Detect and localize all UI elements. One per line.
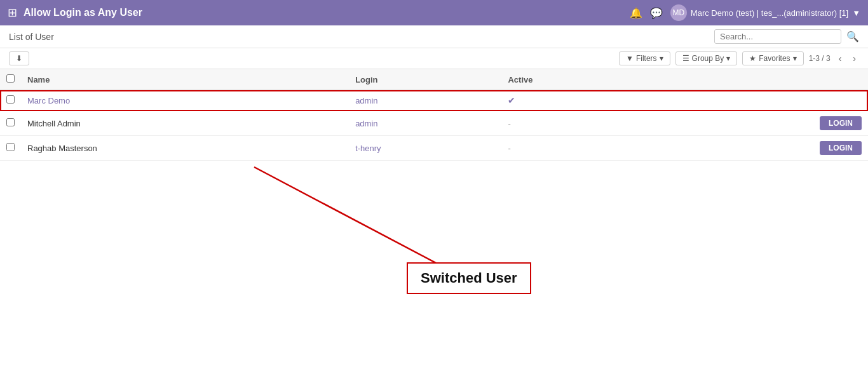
filter-icon: ▼ xyxy=(626,54,634,63)
group-by-button[interactable]: ☰ Group By ▾ xyxy=(675,51,738,65)
login-button[interactable]: LOGIN xyxy=(820,141,862,155)
user-name: Marc Demo (test) | tes_...(administrator… xyxy=(691,8,848,18)
active-check-icon: ✔ xyxy=(508,95,515,105)
bell-icon[interactable]: 🔔 xyxy=(630,7,642,19)
download-icon: ⬇ xyxy=(16,54,22,63)
topbar-icons: 🔔 💬 MD Marc Demo (test) | tes_...(admini… xyxy=(630,4,860,21)
header-checkbox-cell xyxy=(0,69,21,90)
table-row[interactable]: Raghab Mastersont-henry-LOGIN xyxy=(0,136,868,161)
chat-icon[interactable]: 💬 xyxy=(650,7,663,19)
search-icon[interactable]: 🔍 xyxy=(846,30,859,43)
row-checkbox[interactable] xyxy=(6,118,15,126)
toolbar-left: ⬇ xyxy=(9,51,619,65)
table-header-row: Name Login Active xyxy=(0,69,868,90)
subheader: List of User 🔍 xyxy=(0,25,868,48)
col-name: Name xyxy=(21,69,349,90)
favorites-button[interactable]: ★ Favorites ▾ xyxy=(742,51,803,65)
chevron-down-icon: ▼ xyxy=(852,8,860,18)
col-active: Active xyxy=(501,69,651,90)
table-row[interactable]: Marc Demoadmin✔ xyxy=(0,90,868,111)
annotation-label: Switched User xyxy=(407,262,531,294)
toolbar-right: ▼ Filters ▾ ☰ Group By ▾ ★ Favorites ▾ 1… xyxy=(619,51,859,65)
row-name: Raghab Masterson xyxy=(21,136,349,161)
login-button[interactable]: LOGIN xyxy=(820,116,862,130)
col-action xyxy=(651,69,868,90)
col-login: Login xyxy=(349,69,501,90)
row-name: Marc Demo xyxy=(21,90,349,111)
app-title: Allow Login as Any User xyxy=(24,7,630,18)
row-checkbox-cell xyxy=(0,136,21,161)
avatar: MD xyxy=(670,4,687,21)
row-action-cell: LOGIN xyxy=(651,111,868,136)
row-checkbox[interactable] xyxy=(6,95,15,104)
list-title: List of User xyxy=(9,32,714,42)
filters-chevron-icon: ▾ xyxy=(660,54,663,63)
filters-button[interactable]: ▼ Filters ▾ xyxy=(619,51,670,65)
select-all-checkbox[interactable] xyxy=(6,74,15,83)
favorites-chevron-icon: ▾ xyxy=(793,54,797,63)
group-icon: ☰ xyxy=(682,54,689,63)
user-table: Name Login Active Marc Demoadmin✔Mitchel… xyxy=(0,69,868,161)
user-menu[interactable]: MD Marc Demo (test) | tes_...(administra… xyxy=(670,4,860,21)
prev-page-button[interactable]: ‹ xyxy=(836,52,845,65)
row-checkbox-cell xyxy=(0,111,21,136)
groupby-chevron-icon: ▾ xyxy=(726,54,730,63)
annotation-area: Switched User xyxy=(0,161,868,307)
pagination-info: 1-3 / 3 xyxy=(809,54,831,63)
row-active: - xyxy=(501,136,651,161)
row-action-cell xyxy=(651,90,868,111)
row-login: admin xyxy=(349,90,501,111)
row-login: t-henry xyxy=(349,136,501,161)
row-checkbox-cell xyxy=(0,90,21,111)
row-login: admin xyxy=(349,111,501,136)
search-input[interactable] xyxy=(714,29,841,44)
row-name: Mitchell Admin xyxy=(21,111,349,136)
row-active: - xyxy=(501,111,651,136)
row-action-cell: LOGIN xyxy=(651,136,868,161)
toolbar: ⬇ ▼ Filters ▾ ☰ Group By ▾ ★ Favorites ▾… xyxy=(0,48,868,69)
row-active: ✔ xyxy=(501,90,651,111)
table-row[interactable]: Mitchell Adminadmin-LOGIN xyxy=(0,111,868,136)
topbar: ⊞ Allow Login as Any User 🔔 💬 MD Marc De… xyxy=(0,0,868,25)
next-page-button[interactable]: › xyxy=(850,52,859,65)
odoo-logo-icon: ⊞ xyxy=(8,6,17,20)
row-checkbox[interactable] xyxy=(6,143,15,151)
download-button[interactable]: ⬇ xyxy=(9,51,29,65)
star-icon: ★ xyxy=(749,54,756,63)
